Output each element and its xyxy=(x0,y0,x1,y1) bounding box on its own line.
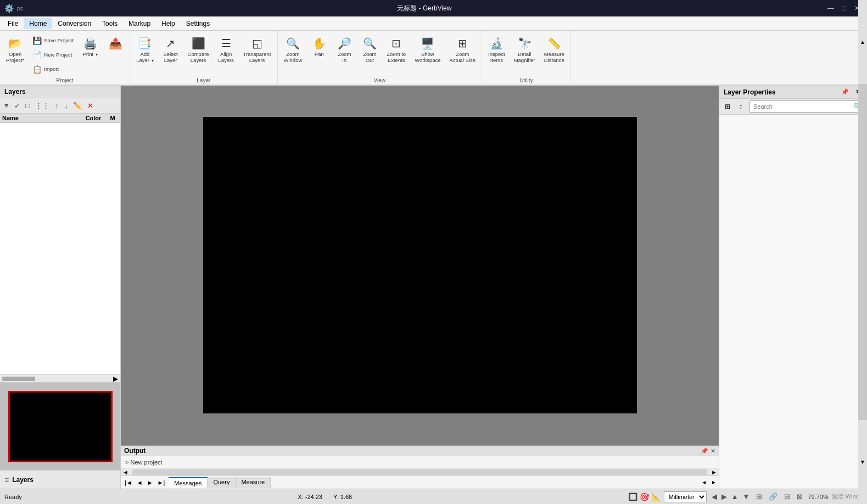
layers-preview-thumbnail xyxy=(8,391,113,462)
maximize-button[interactable]: □ xyxy=(838,3,849,14)
new-project-button[interactable]: 📄 New Project xyxy=(29,48,77,61)
import-btn[interactable]: 📋 Import xyxy=(29,63,77,76)
menu-item-file[interactable]: File xyxy=(2,18,24,29)
output-nav-scroll-left-button[interactable]: ◄ xyxy=(699,478,709,486)
units-selector[interactable]: Millimeter Inch xyxy=(664,491,707,502)
layers-scrollbar-thumb[interactable] xyxy=(2,377,35,381)
measure-distance-button[interactable]: 📏 MeasureDistance xyxy=(540,34,568,66)
inspect-items-button[interactable]: 🔬 InspectItems xyxy=(484,34,509,66)
zoom-actual-label: ZoomActual Size xyxy=(450,51,476,64)
ribbon: 📂 OpenProject* 💾 Save Project 📄 New Proj… xyxy=(0,31,867,86)
zoom-window-button[interactable]: 🔍 ZoomWindow xyxy=(280,34,306,66)
zoom-out-icon: 🔍 xyxy=(363,37,377,50)
compare-label: CompareLayers xyxy=(188,51,209,64)
layers-select-all-button[interactable]: ≡ xyxy=(2,100,11,111)
menu-item-tools[interactable]: Tools xyxy=(97,18,123,29)
menu-item-home[interactable]: Home xyxy=(24,18,52,29)
status-icon-2[interactable]: 🎯 xyxy=(640,492,649,501)
menu-item-markup[interactable]: Markup xyxy=(123,18,156,29)
canvas-inner[interactable] xyxy=(121,86,719,445)
inspect-icon: 🔬 xyxy=(490,37,504,50)
align-layers-button[interactable]: ☰ AlignLayers xyxy=(214,34,238,66)
output-nav-scroll-right-button[interactable]: ► xyxy=(709,478,719,486)
output-pin-button[interactable]: 📌 xyxy=(701,447,708,455)
zoom-in-button[interactable]: 🔎 ZoomIn xyxy=(332,34,356,66)
transparent-layers-button[interactable]: ◱ TransparentLayers xyxy=(239,34,275,66)
pan-button[interactable]: ✋ Pan xyxy=(307,34,331,60)
add-layer-button[interactable]: 📑 AddLayer ▾ xyxy=(132,34,157,66)
compare-layers-button[interactable]: ⬛ CompareLayers xyxy=(184,34,213,66)
output-header: Output 📌 ✕ xyxy=(121,446,719,456)
add-layer-label: AddLayer ▾ xyxy=(136,51,153,64)
grid-toggle-button[interactable]: ⊞ xyxy=(754,492,764,501)
layers-delete-button[interactable]: ✕ xyxy=(85,100,96,111)
zoom-actual-button[interactable]: ⊞ ZoomActual Size xyxy=(446,34,480,66)
export-button[interactable]: 📤 xyxy=(103,34,127,54)
output-nav-next-button[interactable]: ► xyxy=(146,479,155,486)
nav-up-button[interactable]: ▲ xyxy=(730,492,740,501)
output-hscroll[interactable]: ◄ ► xyxy=(121,468,719,475)
detail-icon: 🔭 xyxy=(518,37,532,50)
zoom-in-icon: 🔎 xyxy=(338,37,351,50)
tab-query[interactable]: Query xyxy=(208,477,236,488)
view-options-button[interactable]: ⊟ xyxy=(782,492,792,501)
layers-horizontal-scrollbar[interactable]: ▶ xyxy=(0,374,120,382)
transparent-label: TransparentLayers xyxy=(243,51,271,64)
select-layer-button[interactable]: ↗ SelectLayer xyxy=(159,34,183,66)
canvas-viewport[interactable] xyxy=(203,117,637,413)
zoom-in-label: ZoomIn xyxy=(338,51,351,64)
minimize-button[interactable]: — xyxy=(825,3,836,14)
nav-back-button[interactable]: ◀ xyxy=(710,492,719,501)
zoom-actual-icon: ⊞ xyxy=(458,37,467,50)
output-hscroll-left-button[interactable]: ◄ xyxy=(121,469,130,475)
layers-panel-header: Layers xyxy=(0,86,120,98)
rp-search-input[interactable] xyxy=(753,103,853,110)
pan-control-button[interactable]: ⊠ xyxy=(795,492,804,501)
zoom-extents-button[interactable]: ⊡ Zoom toExtents xyxy=(383,34,410,66)
rp-grid-button[interactable]: ⊞ xyxy=(721,100,734,113)
layers-scroll-right-button[interactable]: ▶ xyxy=(111,375,120,383)
pan-icon: ✋ xyxy=(312,37,326,50)
measure-icon: 📏 xyxy=(547,37,561,50)
output-nav-last-button[interactable]: ►| xyxy=(156,479,167,486)
show-workspace-button[interactable]: 🖥️ ShowWorkspace xyxy=(411,34,444,66)
layers-check-button[interactable]: ✓ xyxy=(12,100,23,111)
zoom-out-button[interactable]: 🔍 ZoomOut xyxy=(357,34,382,66)
output-nav-first-button[interactable]: |◄ xyxy=(123,479,134,486)
layers-preview xyxy=(0,382,120,470)
output-hscroll-thumb[interactable] xyxy=(132,469,707,475)
output-nav-prev-button[interactable]: ◄ xyxy=(135,479,144,486)
open-project-button[interactable]: 📂 OpenProject* xyxy=(2,34,28,66)
right-panel-header: Layer Properties 📌 ✕ xyxy=(719,86,867,99)
detail-magnifier-button[interactable]: 🔭 DetailMagnifier xyxy=(510,34,539,66)
select-layer-label: SelectLayer xyxy=(163,51,177,64)
pan-label: Pan xyxy=(315,51,324,57)
nav-forward-button[interactable]: ▶ xyxy=(720,492,729,501)
layers-dots-button[interactable]: ⋮⋮ xyxy=(33,100,52,111)
output-hscroll-right-button[interactable]: ► xyxy=(709,469,719,475)
bottom-panel-layers[interactable]: ≡ Layers xyxy=(0,470,120,489)
nav-down-button[interactable]: ▼ xyxy=(741,492,752,501)
tab-messages[interactable]: Messages xyxy=(169,477,208,488)
left-panel: Layers ≡ ✓ □ ⋮⋮ ↑ ↓ ✏️ ✕ Name Color M ▶ … xyxy=(0,86,121,489)
output-close-button[interactable]: ✕ xyxy=(711,447,715,455)
snap-button[interactable]: 🔗 xyxy=(767,492,779,501)
menu-item-settings[interactable]: Settings xyxy=(181,18,215,29)
rp-pin-button[interactable]: 📌 xyxy=(839,88,851,96)
layers-edit-button[interactable]: ✏️ xyxy=(71,100,84,111)
rp-sort-button[interactable]: ↕ xyxy=(735,100,746,113)
status-icon-3[interactable]: 📐 xyxy=(651,492,661,501)
layers-list xyxy=(0,123,120,374)
save-project-button[interactable]: 💾 Save Project xyxy=(29,34,77,47)
menu-item-conversion[interactable]: Conversion xyxy=(52,18,97,29)
layers-move-down-button[interactable]: ↓ xyxy=(62,100,70,111)
print-button[interactable]: 🖨️ Print ▾ xyxy=(78,34,102,60)
status-icon-1[interactable]: 🔲 xyxy=(628,492,637,501)
right-panel-toolbar: ⊞ ↕ 🔍 xyxy=(719,99,867,115)
layers-move-up-button[interactable]: ↑ xyxy=(53,100,61,111)
rp-search-box[interactable]: 🔍 xyxy=(749,100,865,113)
print-label: Print ▾ xyxy=(83,51,98,58)
layers-square-button[interactable]: □ xyxy=(24,100,32,111)
menu-item-help[interactable]: Help xyxy=(156,18,181,29)
tab-measure[interactable]: Measure xyxy=(236,477,271,488)
